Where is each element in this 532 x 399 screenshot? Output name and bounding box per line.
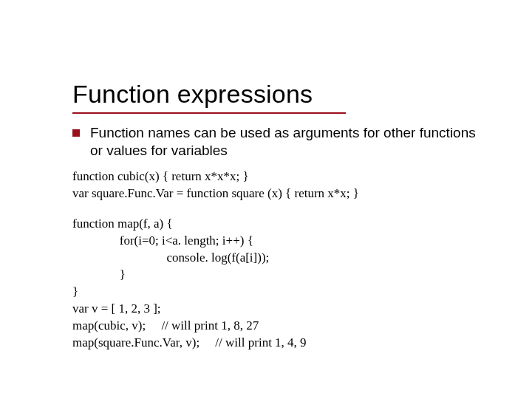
code-block-1: function cubic(x) { return x*x*x; } var … <box>72 168 486 202</box>
code-line: var square.Func.Var = function square (x… <box>72 186 359 200</box>
slide-body: Function names can be used as arguments … <box>72 124 486 167</box>
slide: Function expressions Function names can … <box>0 0 532 399</box>
code-line: map(cubic, v); // will print 1, 8, 27 <box>72 318 259 332</box>
title-underline <box>72 112 346 114</box>
title-wrap: Function expressions <box>72 80 313 109</box>
bullet-item: Function names can be used as arguments … <box>72 124 486 160</box>
square-bullet-icon <box>72 129 80 137</box>
code-line: function map(f, a) { <box>72 216 173 231</box>
code-line: } <box>72 284 78 299</box>
code-line: function cubic(x) { return x*x*x; } <box>72 169 249 183</box>
code-line: map(square.Func.Var, v); // will print 1… <box>72 335 307 349</box>
code-block-2: function map(f, a) { for(i=0; i<a. lengt… <box>72 216 486 352</box>
code-line: console. log(f(a[i])); <box>72 250 269 265</box>
slide-title: Function expressions <box>72 80 313 109</box>
code-line: var v = [ 1, 2, 3 ]; <box>72 301 161 316</box>
bullet-text: Function names can be used as arguments … <box>90 124 486 160</box>
code-line: } <box>72 267 126 282</box>
code-line: for(i=0; i<a. length; i++) { <box>72 233 253 248</box>
